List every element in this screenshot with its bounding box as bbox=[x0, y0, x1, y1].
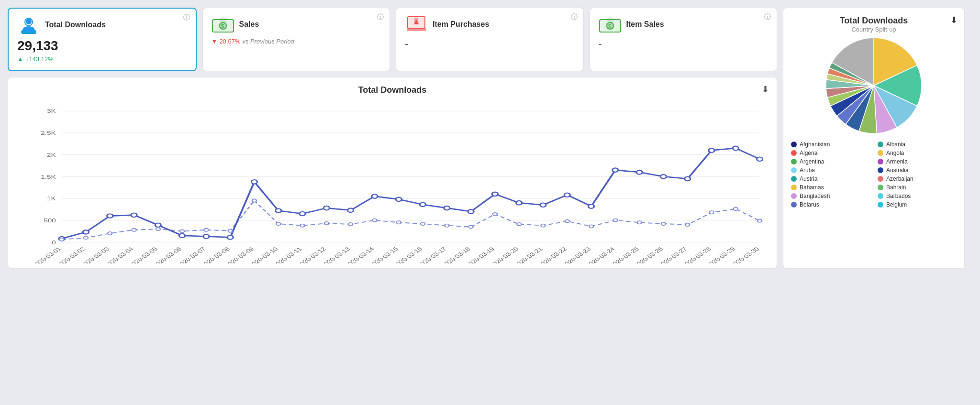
svg-point-74 bbox=[251, 180, 257, 184]
svg-point-90 bbox=[636, 170, 642, 175]
info-icon-sales[interactable]: ⓘ bbox=[377, 13, 384, 22]
legend-item: Austria bbox=[791, 175, 868, 182]
svg-point-10 bbox=[219, 18, 227, 22]
svg-point-93 bbox=[709, 148, 714, 153]
metric-cards: ⓘ Total Downloads 29,133 bbox=[8, 8, 777, 71]
pie-chart-title: Total Downloads bbox=[840, 16, 908, 26]
svg-point-67 bbox=[83, 230, 89, 234]
legend-item: Barbados bbox=[878, 193, 955, 199]
legend-label: Belgium bbox=[886, 201, 907, 208]
legend-label: Bahrain bbox=[886, 184, 906, 191]
svg-point-70 bbox=[155, 223, 161, 227]
info-icon-total-downloads[interactable]: ⓘ bbox=[183, 13, 190, 22]
svg-point-84 bbox=[492, 192, 498, 197]
card-header-item-purchases: Item Purchases bbox=[405, 16, 575, 33]
svg-rect-14 bbox=[414, 18, 418, 22]
card-header-total-downloads: Total Downloads bbox=[17, 16, 187, 33]
svg-text:3K: 3K bbox=[47, 109, 56, 114]
svg-point-91 bbox=[660, 175, 666, 179]
legend-item: Argentina bbox=[791, 158, 868, 165]
pie-download-icon[interactable]: ⬇ bbox=[950, 15, 958, 25]
sales-title: Sales bbox=[239, 20, 259, 29]
item-purchases-title: Item Purchases bbox=[433, 20, 489, 29]
item-sales-title: Item Sales bbox=[626, 20, 664, 29]
legend-color-dot bbox=[878, 202, 883, 208]
svg-text:1K: 1K bbox=[47, 196, 56, 202]
svg-point-105 bbox=[276, 222, 280, 225]
legend-item: Algeria bbox=[791, 150, 868, 156]
pie-chart-subtitle: Country Split-up bbox=[851, 26, 896, 33]
item-sales-icon: $ bbox=[599, 16, 622, 33]
svg-text:$: $ bbox=[221, 23, 224, 30]
item-purchases-card[interactable]: ⓘ Item Purchases - bbox=[396, 8, 584, 71]
legend-color-dot bbox=[791, 142, 797, 147]
svg-point-92 bbox=[685, 177, 690, 181]
pie-chart-container bbox=[826, 38, 922, 133]
svg-point-103 bbox=[228, 229, 233, 232]
info-icon-item-sales[interactable]: ⓘ bbox=[764, 13, 771, 22]
info-icon-item-purchases[interactable]: ⓘ bbox=[571, 13, 578, 22]
sales-card[interactable]: ⓘ $ Sales ▼ bbox=[202, 8, 390, 71]
sales-change: ▼ 20.67% vs Previous Period bbox=[212, 38, 381, 45]
legend-color-dot bbox=[878, 193, 883, 199]
legend-item: Bahamas bbox=[791, 184, 868, 191]
svg-point-100 bbox=[156, 228, 160, 230]
total-downloads-title: Total Downloads bbox=[45, 21, 106, 29]
legend-color-dot bbox=[791, 159, 797, 164]
svg-point-102 bbox=[204, 229, 208, 231]
svg-point-82 bbox=[444, 206, 450, 210]
item-sales-card[interactable]: ⓘ $ Item Sales - bbox=[590, 8, 778, 71]
svg-point-72 bbox=[203, 234, 209, 239]
legend-label: Austria bbox=[800, 175, 817, 182]
svg-point-106 bbox=[300, 224, 304, 227]
total-downloads-value: 29,133 bbox=[17, 38, 187, 54]
svg-point-83 bbox=[468, 209, 474, 214]
chart-download-icon[interactable]: ⬇ bbox=[762, 84, 769, 95]
legend-item: Azerbaijan bbox=[878, 175, 955, 182]
legend-color-dot bbox=[791, 185, 797, 190]
legend-color-dot bbox=[791, 202, 797, 208]
svg-point-73 bbox=[227, 235, 233, 240]
svg-point-116 bbox=[541, 224, 545, 227]
item-sales-dash: - bbox=[599, 38, 768, 50]
legend-item: Belarus bbox=[791, 201, 868, 208]
svg-point-125 bbox=[757, 219, 762, 222]
svg-point-113 bbox=[469, 225, 473, 228]
legend-color-dot bbox=[878, 142, 883, 147]
svg-point-118 bbox=[589, 225, 593, 228]
left-panel: ⓘ Total Downloads 29,133 bbox=[8, 8, 777, 269]
svg-point-114 bbox=[493, 213, 497, 216]
svg-text:2K: 2K bbox=[47, 152, 56, 158]
svg-point-68 bbox=[107, 214, 113, 218]
svg-text:0: 0 bbox=[52, 240, 56, 245]
svg-point-95 bbox=[757, 157, 763, 162]
svg-point-80 bbox=[396, 197, 401, 202]
legend-label: Argentina bbox=[800, 158, 824, 165]
svg-point-110 bbox=[397, 221, 401, 224]
svg-text:2020-03-01: 2020-03-01 bbox=[31, 246, 63, 263]
total-downloads-card[interactable]: ⓘ Total Downloads 29,133 bbox=[8, 8, 197, 71]
svg-point-107 bbox=[324, 222, 329, 225]
legend-label: Azerbaijan bbox=[886, 175, 913, 182]
legend-color-dot bbox=[791, 150, 797, 156]
svg-point-87 bbox=[564, 193, 570, 197]
legend-item: Angola bbox=[878, 150, 955, 156]
legend-label: Afghanistan bbox=[800, 141, 830, 148]
legend-item: Afghanistan bbox=[791, 141, 868, 148]
legend-label: Albania bbox=[886, 141, 905, 148]
legend-color-dot bbox=[878, 159, 883, 164]
legend-label: Bahamas bbox=[800, 184, 824, 191]
svg-text:500: 500 bbox=[44, 218, 56, 223]
svg-point-94 bbox=[733, 146, 738, 151]
legend-grid: AfghanistanAlbaniaAlgeriaAngolaArgentina… bbox=[791, 141, 957, 208]
legend-label: Barbados bbox=[886, 193, 911, 199]
item-purchases-icon bbox=[405, 16, 428, 33]
legend-color-dot bbox=[791, 176, 797, 182]
svg-point-88 bbox=[588, 204, 594, 208]
svg-point-98 bbox=[108, 232, 112, 235]
svg-point-78 bbox=[348, 208, 354, 212]
legend-item: Australia bbox=[878, 167, 955, 174]
svg-point-4 bbox=[23, 26, 34, 32]
svg-text:2.5K: 2.5K bbox=[41, 131, 56, 136]
svg-text:1.5K: 1.5K bbox=[41, 174, 56, 180]
